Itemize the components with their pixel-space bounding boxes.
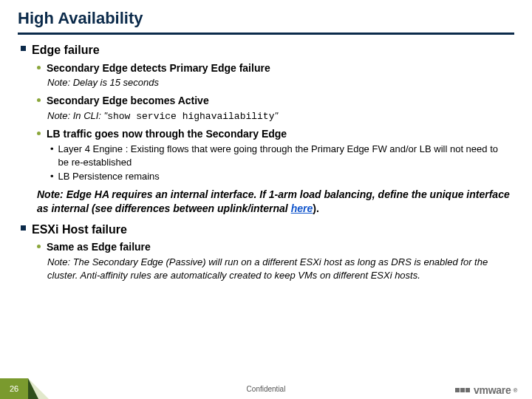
dot-bullet-icon [37,245,41,248]
note-code: show service highavailability [107,111,274,122]
confidential-label: Confidential [0,385,532,393]
subbullet-text: LB Persistence remains [58,170,160,183]
note-prefix: Note: In CLI: " [47,110,107,121]
bullet-text: Secondary Edge detects Primary Edge fail… [47,61,270,75]
note-cli: Note: In CLI: "show service highavailabi… [47,109,511,123]
bullet-secondary-active: Secondary Edge becomes Active [37,94,511,108]
bullet-same-as-edge: Same as Edge failure [37,240,511,254]
big-note-post: ). [313,202,319,214]
title-underline [18,33,514,35]
dot-bullet-icon [37,132,41,135]
note-edge-ha-interface: Note: Edge HA requires an internal inter… [37,188,511,216]
dot-bullet-icon [37,98,41,102]
subbullet-persistence: • LB Persistence remains [50,170,511,183]
bullet-text: Same as Edge failure [47,240,151,254]
link-here[interactable]: here [291,202,313,214]
slide-title: High Availability [0,0,532,33]
note-delay: Note: Delay is 15 seconds [47,76,511,89]
section-heading-esxi-failure: ESXi Host failure [21,222,511,238]
footer: 26 Confidential vmware® [0,377,532,399]
subbullet-text: Layer 4 Engine : Existing flows that wer… [58,143,511,168]
dot-bullet-icon [37,66,41,69]
big-note-pre: Note: Edge HA requires an internal inter… [37,188,510,214]
note-drs: Note: The Secondary Edge (Passive) will … [47,256,511,282]
subbullet-layer4: • Layer 4 Engine : Existing flows that w… [50,143,511,168]
bullet-secondary-detects: Secondary Edge detects Primary Edge fail… [37,61,511,75]
small-bullet-icon: • [50,143,54,168]
square-bullet-icon [21,46,26,51]
note-text: Note: The Secondary Edge (Passive) will … [47,256,488,281]
logo-boxes-icon [455,388,470,392]
vmware-logo: vmware® [455,384,517,396]
slide: High Availability Edge failure Secondary… [0,0,532,399]
content-area: Edge failure Secondary Edge detects Prim… [0,42,532,282]
small-bullet-icon: • [50,170,54,183]
note-suffix: " [274,110,278,121]
bullet-text: Secondary Edge becomes Active [47,94,209,108]
note-text: Note: Delay is 15 seconds [47,77,159,88]
section-heading-text: ESXi Host failure [32,222,127,238]
bullet-lb-traffic: LB traffic goes now through the Secondar… [37,127,511,141]
square-bullet-icon [21,225,26,231]
section-heading-text: Edge failure [32,42,100,58]
logo-text: vmware [474,384,511,396]
section-heading-edge-failure: Edge failure [21,42,511,58]
bullet-text: LB traffic goes now through the Secondar… [47,127,287,141]
logo-registered: ® [513,387,517,394]
